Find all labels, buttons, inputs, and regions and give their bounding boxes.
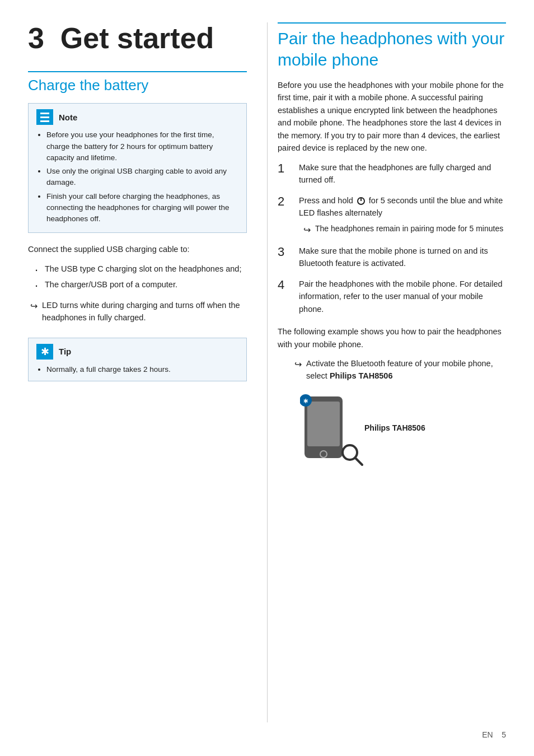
search-svg <box>340 442 364 467</box>
tip-header: ✱ Tip <box>36 344 238 360</box>
step-content-1: Make sure that the headphones are fully … <box>299 161 506 186</box>
svg-rect-3 <box>307 402 340 446</box>
step-2: 2 Press and hold for 5 seconds until the… <box>278 194 506 237</box>
step-content-4: Pair the headphones with the mobile phon… <box>299 278 506 315</box>
tip-item-1: Normally, a full charge takes 2 hours. <box>46 364 238 375</box>
note-header: Note <box>36 109 238 125</box>
connect-text: Connect the supplied USB charging cable … <box>28 243 247 255</box>
step-content-2: Press and hold for 5 seconds until the b… <box>299 194 506 237</box>
svg-text:∗: ∗ <box>303 397 308 405</box>
star-icon: ✱ <box>41 347 49 357</box>
note-box: Note Before you use your headphones for … <box>28 103 247 233</box>
example-arrow-text: Activate the Bluetooth feature of your m… <box>306 357 506 382</box>
note-label: Note <box>59 113 77 122</box>
tip-list: Normally, a full charge takes 2 hours. <box>36 364 238 375</box>
note-item-1: Before you use your headphones for the f… <box>46 129 238 164</box>
step-2-sub: ↪ The headphones remain in pairing mode … <box>303 223 506 237</box>
step-num-1: 1 <box>278 161 294 176</box>
chapter-title: Get started <box>60 22 214 54</box>
tip-label: Tip <box>59 347 71 356</box>
power-icon <box>357 197 366 206</box>
step-1: 1 Make sure that the headphones are full… <box>278 161 506 186</box>
step-num-4: 4 <box>278 278 294 292</box>
led-result: ↪ LED turns white during charging and tu… <box>30 299 247 324</box>
arrow-icon: ↪ <box>30 300 38 314</box>
pair-intro-text: Before you use the headphones with your … <box>278 79 506 155</box>
usb-bullet-list: The USB type C charging slot on the head… <box>28 263 247 291</box>
note-list: Before you use your headphones for the f… <box>36 129 238 225</box>
step-2-text: Press and hold for 5 seconds until the b… <box>299 196 503 217</box>
charge-section-heading: Charge the battery <box>28 71 247 94</box>
chapter-heading: 3 Get started <box>28 22 247 54</box>
example-text: The following example shows you how to p… <box>278 325 506 351</box>
example-arrow-icon: ↪ <box>294 358 302 372</box>
svg-line-8 <box>355 458 362 465</box>
page-footer: EN 5 <box>482 730 506 739</box>
phone-illustration: ∗ Philips TAH8506 <box>300 394 506 463</box>
step-3: 3 Make sure that the mobile phone is tur… <box>278 245 506 270</box>
tip-box: ✱ Tip Normally, a full charge takes 2 ho… <box>28 338 247 381</box>
step-num-3: 3 <box>278 245 294 259</box>
tip-icon: ✱ <box>36 344 53 360</box>
sub-arrow-icon: ↪ <box>303 223 311 237</box>
example-arrow: ↪ Activate the Bluetooth feature of your… <box>294 357 506 382</box>
usb-bullet-2: The charger/USB port of a computer. <box>35 278 247 291</box>
step-4: 4 Pair the headphones with the mobile ph… <box>278 278 506 315</box>
phone-graphic-wrapper: ∗ <box>300 394 353 463</box>
footer-lang: EN <box>482 730 493 739</box>
led-result-text: LED turns white during charging and turn… <box>42 299 247 324</box>
chapter-number: 3 <box>28 22 44 54</box>
step-content-3: Make sure that the mobile phone is turne… <box>299 245 506 270</box>
note-item-3: Finish your call before charging the hea… <box>46 191 238 225</box>
usb-bullet-1: The USB type C charging slot on the head… <box>35 263 247 275</box>
steps-list: 1 Make sure that the headphones are full… <box>278 161 506 315</box>
pair-section-heading: Pair the headphones with your mobile pho… <box>278 22 506 70</box>
device-label: Philips TAH8506 <box>364 423 425 432</box>
device-name-inline: Philips TAH8506 <box>330 371 393 380</box>
footer-page: 5 <box>502 730 506 739</box>
note-icon <box>36 109 53 125</box>
note-item-2: Use only the original USB charging cable… <box>46 166 238 189</box>
step-num-2: 2 <box>278 194 294 209</box>
